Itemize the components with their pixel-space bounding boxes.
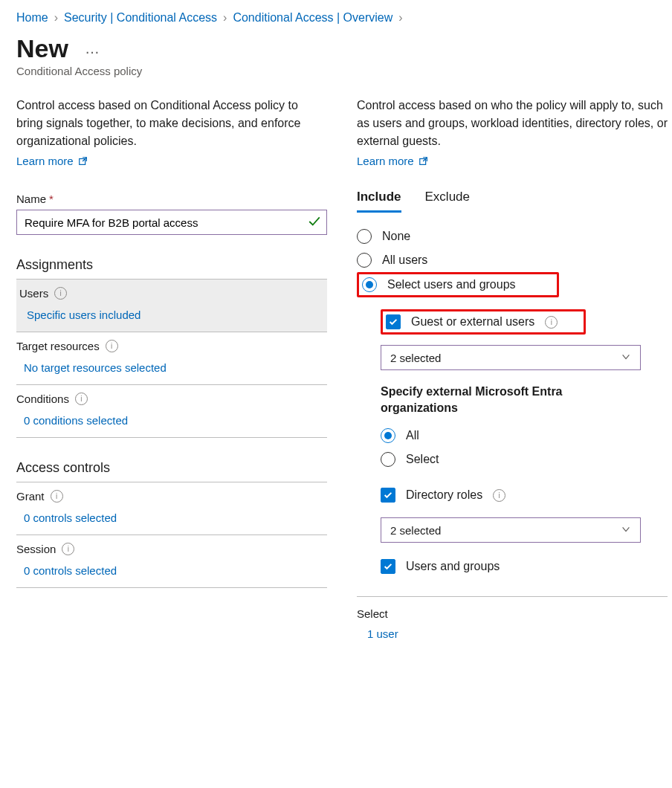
learn-more-link-left[interactable]: Learn more	[16, 155, 88, 167]
breadcrumb-home[interactable]: Home	[16, 10, 48, 25]
grant-panel[interactable]: Grant i 0 controls selected	[16, 482, 327, 535]
checkbox-icon	[381, 559, 395, 574]
checkbox-users-and-groups[interactable]: Users and groups	[381, 555, 668, 578]
access-controls-heading: Access controls	[16, 460, 327, 482]
users-status-link[interactable]: Specific users included	[27, 309, 140, 321]
chevron-right-icon: ›	[398, 10, 402, 25]
page-title: New	[16, 34, 68, 63]
guest-types-dropdown[interactable]: 2 selected	[381, 345, 641, 370]
conditions-status-link[interactable]: 0 conditions selected	[24, 414, 128, 427]
checkbox-directory-roles[interactable]: Directory roles i	[381, 483, 668, 507]
checkbox-guest-label: Guest or external users	[411, 315, 534, 329]
users-panel[interactable]: Users i Specific users included	[16, 280, 327, 332]
users-label: Users	[19, 287, 48, 300]
target-resources-panel[interactable]: Target resources i No target resources s…	[16, 332, 327, 385]
info-icon[interactable]: i	[51, 490, 63, 503]
radio-icon	[357, 229, 372, 244]
info-icon[interactable]: i	[62, 543, 74, 555]
radio-orgs-all-label: All	[406, 429, 419, 442]
chevron-down-icon	[621, 524, 631, 537]
left-column: Control access based on Conditional Acce…	[16, 97, 327, 588]
radio-orgs-all[interactable]: All	[381, 424, 668, 448]
session-status-link[interactable]: 0 controls selected	[24, 564, 117, 577]
breadcrumb-overview[interactable]: Conditional Access | Overview	[233, 10, 392, 25]
left-description: Control access based on Conditional Acce…	[16, 97, 327, 150]
grant-status-link[interactable]: 0 controls selected	[24, 511, 117, 524]
right-description: Control access based on who the policy w…	[357, 97, 668, 150]
checkbox-guest-external[interactable]: Guest or external users i	[381, 309, 586, 335]
radio-icon	[362, 277, 377, 292]
learn-more-text: Learn more	[357, 155, 414, 167]
external-link-icon	[419, 156, 429, 167]
info-icon[interactable]: i	[75, 393, 88, 405]
radio-select-users-groups[interactable]: Select users and groups	[357, 272, 559, 297]
validation-check-icon	[308, 215, 321, 230]
info-icon[interactable]: i	[545, 316, 558, 329]
radio-all-users[interactable]: All users	[357, 248, 668, 272]
name-field-label: Name*	[16, 193, 327, 205]
checkbox-directory-label: Directory roles	[406, 488, 482, 502]
directory-roles-dropdown[interactable]: 2 selected	[381, 517, 641, 543]
right-column: Control access based on who the policy w…	[357, 97, 668, 640]
checkbox-icon	[381, 488, 395, 503]
select-section-label: Select	[357, 607, 668, 620]
session-label: Session	[16, 543, 56, 555]
assignments-heading: Assignments	[16, 257, 327, 280]
breadcrumb: Home › Security | Conditional Access › C…	[16, 10, 656, 25]
radio-icon	[357, 253, 372, 268]
tab-exclude[interactable]: Exclude	[425, 190, 470, 213]
session-panel[interactable]: Session i 0 controls selected	[16, 535, 327, 588]
radio-icon	[381, 428, 395, 443]
more-actions-button[interactable]: …	[85, 40, 101, 57]
radio-orgs-select[interactable]: Select	[381, 448, 668, 471]
target-resources-label: Target resources	[16, 340, 100, 352]
radio-orgs-select-label: Select	[406, 453, 439, 466]
learn-more-text: Learn more	[16, 155, 74, 167]
dropdown-value: 2 selected	[390, 524, 441, 537]
page-subtitle: Conditional Access policy	[16, 65, 656, 77]
radio-all-users-label: All users	[382, 253, 427, 267]
conditions-panel[interactable]: Conditions i 0 conditions selected	[16, 385, 327, 438]
checkbox-icon	[386, 314, 401, 329]
dropdown-value: 2 selected	[390, 352, 441, 364]
info-icon[interactable]: i	[54, 287, 67, 300]
breadcrumb-security[interactable]: Security | Conditional Access	[64, 10, 217, 25]
checkbox-users-groups-label: Users and groups	[406, 560, 500, 573]
radio-none[interactable]: None	[357, 225, 668, 248]
name-input[interactable]	[16, 210, 327, 235]
radio-icon	[381, 452, 395, 467]
tab-include[interactable]: Include	[357, 190, 401, 213]
learn-more-link-right[interactable]: Learn more	[357, 155, 429, 167]
include-exclude-tabs: Include Exclude	[357, 190, 668, 213]
radio-none-label: None	[382, 230, 410, 243]
grant-label: Grant	[16, 490, 45, 503]
chevron-down-icon	[621, 352, 631, 364]
info-icon[interactable]: i	[106, 340, 118, 352]
select-users-link[interactable]: 1 user	[367, 627, 398, 640]
conditions-label: Conditions	[16, 393, 69, 405]
chevron-right-icon: ›	[54, 10, 58, 25]
specify-orgs-heading: Specify external Microsoft Entra organiz…	[381, 384, 626, 416]
external-link-icon	[78, 156, 88, 167]
radio-select-label: Select users and groups	[387, 278, 516, 291]
chevron-right-icon: ›	[223, 10, 227, 25]
target-resources-status-link[interactable]: No target resources selected	[24, 361, 167, 374]
info-icon[interactable]: i	[493, 489, 505, 502]
